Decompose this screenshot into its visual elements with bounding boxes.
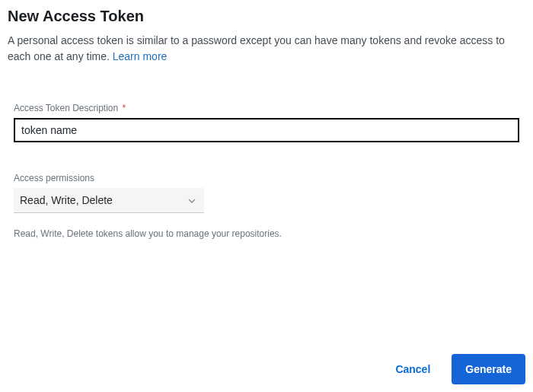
description-input[interactable] <box>14 118 519 142</box>
description-label-row: Access Token Description * <box>14 103 519 113</box>
permissions-label: Access permissions <box>14 173 519 183</box>
description-label: Access Token Description <box>14 103 118 113</box>
permissions-helper-text: Read, Write, Delete tokens allow you to … <box>14 228 519 239</box>
form-section: Access Token Description * Access permis… <box>14 103 519 239</box>
permissions-select[interactable]: Read, Write, Delete <box>14 188 204 213</box>
learn-more-link[interactable]: Learn more <box>113 50 168 62</box>
page-subtitle: A personal access token is similar to a … <box>8 33 525 65</box>
subtitle-text: A personal access token is similar to a … <box>8 34 505 62</box>
page-title: New Access Token <box>8 8 525 25</box>
generate-button[interactable]: Generate <box>452 354 525 384</box>
dialog-body: New Access Token A personal access token… <box>0 0 533 247</box>
dialog-footer: Cancel Generate <box>392 354 525 384</box>
required-indicator: * <box>123 103 126 113</box>
permissions-select-wrap: Read, Write, Delete <box>14 188 204 213</box>
permissions-section: Access permissions Read, Write, Delete R… <box>14 173 519 239</box>
cancel-button[interactable]: Cancel <box>392 355 433 383</box>
